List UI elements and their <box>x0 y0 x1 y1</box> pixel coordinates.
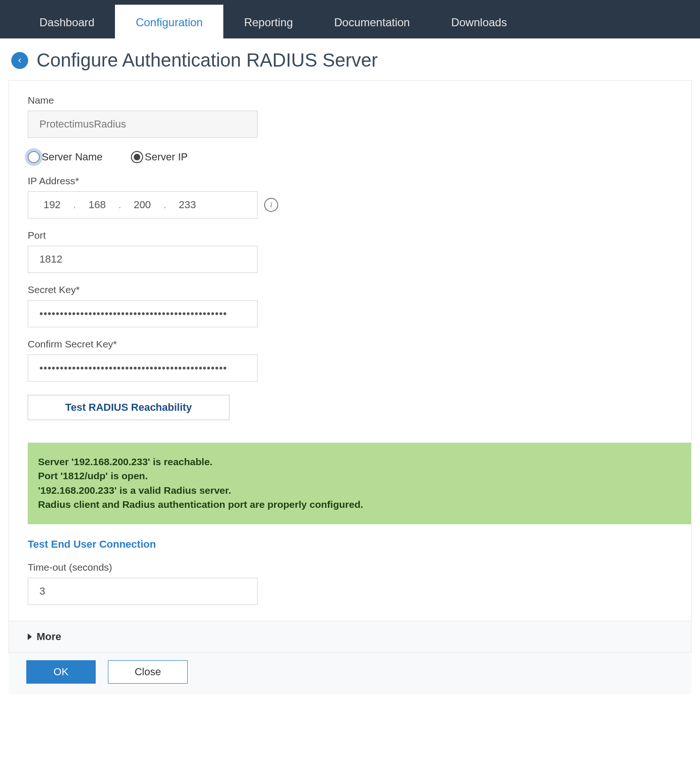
window-top-strip <box>0 0 700 5</box>
form-panel: Name Server Name Server IP IP Address* .… <box>8 80 692 652</box>
secret-key-label: Secret Key* <box>28 284 672 295</box>
ip-address-input[interactable]: . . . <box>28 191 258 219</box>
result-line: Radius client and Radius authentication … <box>38 498 681 512</box>
ip-octet-3[interactable] <box>129 199 155 211</box>
arrow-left-icon <box>15 56 24 65</box>
radio-icon <box>28 151 40 163</box>
timeout-label: Time-out (seconds) <box>28 562 672 573</box>
server-name-radio[interactable]: Server Name <box>28 151 103 163</box>
secret-key-input[interactable] <box>28 300 258 327</box>
nav-tab-dashboard[interactable]: Dashboard <box>19 5 115 38</box>
dialog-footer: OK Close <box>8 652 692 694</box>
confirm-secret-key-input[interactable] <box>28 354 258 382</box>
ok-button[interactable]: OK <box>26 660 96 684</box>
result-line: '192.168.200.233' is a valid Radius serv… <box>38 483 681 498</box>
result-line: Port '1812/udp' is open. <box>38 469 681 483</box>
nav-tab-documentation[interactable]: Documentation <box>313 5 430 38</box>
ip-dot: . <box>118 199 121 211</box>
info-icon[interactable]: i <box>264 198 278 212</box>
name-input[interactable] <box>28 111 258 138</box>
confirm-secret-key-label: Confirm Secret Key* <box>28 339 672 350</box>
result-line: Server '192.168.200.233' is reachable. <box>38 455 681 469</box>
ip-octet-2[interactable] <box>84 199 110 211</box>
timeout-input[interactable] <box>28 578 258 605</box>
more-label: More <box>37 631 61 643</box>
page-title: Configure Authentication RADIUS Server <box>37 50 378 71</box>
server-ip-radio[interactable]: Server IP <box>131 151 188 163</box>
server-ip-radio-label: Server IP <box>145 151 188 163</box>
nav-tab-reporting[interactable]: Reporting <box>223 5 313 38</box>
ip-dot: . <box>73 199 76 211</box>
more-expander[interactable]: More <box>9 621 691 652</box>
test-radius-button[interactable]: Test RADIUS Reachability <box>28 395 229 420</box>
ip-address-label: IP Address* <box>28 175 672 187</box>
reachability-result: Server '192.168.200.233' is reachable. P… <box>28 443 691 524</box>
nav-tab-configuration[interactable]: Configuration <box>115 5 223 38</box>
test-end-user-link[interactable]: Test End User Connection <box>28 538 156 550</box>
back-button[interactable] <box>11 52 28 69</box>
close-button[interactable]: Close <box>108 660 188 684</box>
caret-right-icon <box>28 633 32 640</box>
primary-nav: Dashboard Configuration Reporting Docume… <box>0 5 700 38</box>
radio-icon <box>131 151 143 163</box>
ip-octet-4[interactable] <box>175 199 200 211</box>
page-header: Configure Authentication RADIUS Server <box>0 38 700 80</box>
ip-octet-1[interactable] <box>39 199 65 211</box>
nav-tab-downloads[interactable]: Downloads <box>431 5 528 38</box>
port-label: Port <box>28 230 672 241</box>
name-label: Name <box>28 95 672 106</box>
port-input[interactable] <box>28 246 258 273</box>
server-name-radio-label: Server Name <box>42 151 103 163</box>
ip-dot: . <box>163 199 166 211</box>
